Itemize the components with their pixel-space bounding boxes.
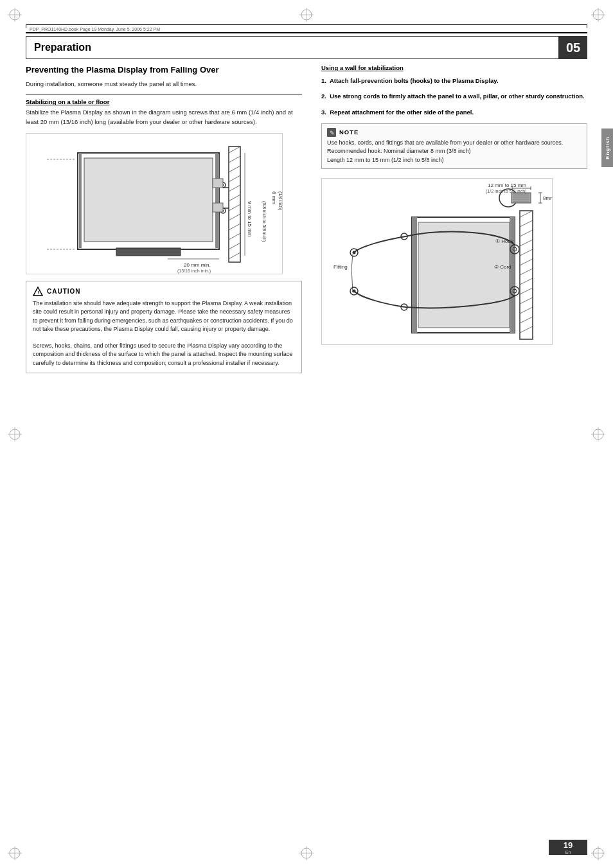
left-intro-text: During installation, someone must steady… [26,80,302,89]
reg-mark-bl [8,846,22,860]
svg-text:!: ! [38,290,40,296]
step-1-number: 1. [321,77,326,84]
english-label: English [605,136,610,159]
step-2-number: 2. [321,93,326,100]
svg-line-92 [520,278,533,285]
svg-line-96 [520,317,533,323]
svg-line-112 [351,269,353,292]
section-title: Preparation [34,42,91,53]
svg-text:(1/4 inch): (1/4 inch) [278,191,283,210]
svg-line-87 [520,230,533,236]
wall-diagram-svg: 12 mm to 15 mm (1/2 inch to 5/8 inch) 8m… [322,179,553,345]
step-2-text: 2. Use strong cords to firmly attach the… [321,92,587,101]
svg-text:(1/2 inch to 5/8 inch): (1/2 inch to 5/8 inch) [486,189,526,194]
reg-mark-tl [8,8,22,22]
reg-mark-tr [591,8,605,22]
svg-text:(3/8 inch to 5/8 inch): (3/8 inch to 5/8 inch) [262,201,267,242]
caution-triangle-icon: ! [33,287,43,297]
note-text: Use hooks, cords, and fittings that are … [327,139,582,165]
step-3-number: 3. [321,109,326,116]
note-body: Use hooks, cords, and fittings that are … [327,139,563,163]
svg-text:12 mm to 15 mm: 12 mm to 15 mm [488,182,526,188]
svg-rect-26 [116,248,181,256]
svg-rect-58 [213,179,223,188]
svg-line-85 [520,211,533,217]
caution-text-1: The installation site should have adequa… [33,299,295,334]
svg-line-36 [229,185,240,191]
right-column: Using a wall for stabilization 1. Attach… [321,64,587,354]
svg-line-32 [229,146,240,153]
step-1-body: Attach fall-prevention bolts (hooks) to … [330,77,499,84]
header-file-text: PDP_PRO1140HD.book Page 19 Monday, June … [26,27,160,31]
english-tab: English [601,128,613,167]
svg-text:(13/16 inch min.): (13/16 inch min.) [177,269,211,274]
svg-line-40 [229,224,240,230]
svg-text:8mm: 8mm [543,195,553,201]
svg-text:6 mm: 6 mm [271,191,277,204]
svg-line-95 [520,307,533,314]
caution-box: ! CAUTION The installation site should h… [26,281,302,374]
reg-mark-br [591,846,605,860]
note-header: ✎ NOTE [327,128,582,137]
svg-line-88 [520,240,533,246]
svg-rect-82 [510,217,515,333]
svg-line-86 [520,220,533,227]
svg-line-39 [229,214,240,220]
svg-line-33 [229,156,240,163]
svg-line-111 [351,254,353,269]
svg-text:② Cord: ② Cord [494,264,511,270]
step-3-body: Repeat attachment for the other side of … [330,109,474,116]
svg-text:① Hook: ① Hook [495,238,514,244]
svg-text:✎: ✎ [330,130,335,136]
svg-text:9 mm to 15 mm: 9 mm to 15 mm [247,201,253,237]
separator-1 [26,94,302,94]
svg-line-93 [520,288,533,294]
caution-title: CAUTION [47,288,81,295]
wall-heading: Using a wall for stabilization [321,64,587,71]
reg-mark-mr [591,427,605,441]
top-rule-2 [26,32,587,33]
svg-line-35 [229,175,240,182]
svg-line-91 [520,269,533,275]
step-1: 1. Attach fall-prevention bolts (hooks) … [321,76,587,85]
table-body-text: Stabilize the Plasma Display as shown in… [26,108,302,127]
note-box: ✎ NOTE Use hooks, cords, and fittings th… [321,123,587,170]
svg-line-38 [229,204,240,211]
step-3-text: 3. Repeat attachment for the other side … [321,108,587,117]
reg-mark-tm [299,8,314,22]
left-column: Preventing the Plasma Display from Falli… [26,64,302,373]
svg-rect-31 [229,146,240,262]
page-footer: 19 En [549,840,587,855]
svg-line-34 [229,166,240,172]
svg-line-89 [520,249,533,256]
step-1-text: 1. Attach fall-prevention bolts (hooks) … [321,76,587,85]
reg-mark-ml [8,427,22,441]
content-area: Preventing the Plasma Display from Falli… [26,64,587,829]
stabilize-diagram-svg: 9 mm to 15 mm (3/8 inch to 5/8 inch) 6 m… [26,134,283,274]
chapter-tab: 05 [559,36,587,59]
step-2-body: Use strong cords to firmly attach the pa… [330,93,584,100]
caution-header: ! CAUTION [33,287,295,297]
svg-text:Fitting: Fitting [333,264,348,270]
svg-line-41 [229,233,240,240]
svg-line-94 [520,297,533,304]
note-title: NOTE [339,128,359,136]
svg-line-37 [229,195,240,201]
caution-text-2: Screws, hooks, chains, and other fitting… [33,342,295,368]
page-en-label: En [565,850,571,855]
svg-point-105 [353,251,356,254]
svg-rect-56 [79,154,82,248]
reg-mark-bm [299,846,314,860]
svg-line-43 [229,252,240,259]
svg-rect-57 [215,154,218,248]
svg-rect-25 [84,158,213,242]
page-number: 19 [564,840,573,850]
table-subheading: Stabilizing on a table or floor [26,98,302,105]
svg-line-42 [229,243,240,249]
svg-line-90 [520,259,533,265]
top-rule [26,24,587,25]
svg-rect-59 [213,203,223,212]
stabilize-diagram: 9 mm to 15 mm (3/8 inch to 5/8 inch) 6 m… [26,133,283,274]
svg-text:20 mm min.: 20 mm min. [184,262,211,268]
wall-diagram: 12 mm to 15 mm (1/2 inch to 5/8 inch) 8m… [321,178,553,345]
